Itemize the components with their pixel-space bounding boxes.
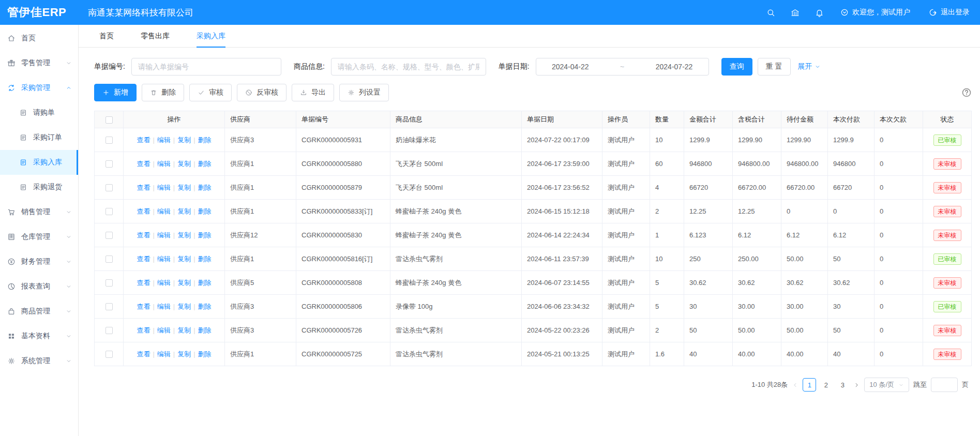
unaudit-button[interactable]: 反审核 — [237, 84, 287, 101]
edit-link[interactable]: 编辑 — [157, 255, 171, 263]
edit-link[interactable]: 编辑 — [157, 231, 171, 239]
delete-link[interactable]: 删除 — [198, 207, 212, 215]
edit-link[interactable]: 编辑 — [157, 136, 171, 144]
sidebar-item-warehouse[interactable]: 仓库管理 — [0, 224, 78, 249]
view-link[interactable]: 查看 — [137, 207, 150, 215]
date-to[interactable]: 2024-07-22 — [656, 63, 693, 71]
view-link[interactable]: 查看 — [137, 184, 150, 191]
delete-link[interactable]: 删除 — [198, 255, 212, 263]
reset-button[interactable]: 重 置 — [758, 58, 791, 76]
view-link[interactable]: 查看 — [137, 255, 150, 263]
view-link[interactable]: 查看 — [137, 326, 150, 334]
logout-button[interactable]: 退出登录 — [929, 8, 970, 17]
row-checkbox[interactable] — [105, 137, 113, 144]
row-checkbox[interactable] — [105, 184, 113, 191]
chevron-left-icon[interactable] — [792, 382, 798, 388]
copy-link[interactable]: 复制 — [177, 231, 191, 239]
sidebar-item-basic-data[interactable]: 基本资料 — [0, 324, 78, 349]
delete-link[interactable]: 删除 — [198, 231, 212, 239]
help-icon[interactable] — [961, 87, 972, 98]
row-checkbox[interactable] — [105, 232, 113, 239]
add-button[interactable]: 新增 — [94, 84, 137, 101]
order-no-input[interactable] — [131, 58, 281, 76]
copy-link[interactable]: 复制 — [177, 160, 191, 168]
date-range-input[interactable]: 2024-04-22 ~ 2024-07-22 — [536, 58, 709, 76]
audit-button[interactable]: 审核 — [189, 84, 232, 101]
view-link[interactable]: 查看 — [137, 231, 150, 239]
user-menu[interactable]: 欢迎您，测试用户 — [840, 8, 910, 17]
edit-link[interactable]: 编辑 — [157, 184, 171, 191]
sidebar-item-finance[interactable]: 财务管理 — [0, 249, 78, 274]
page-3-button[interactable]: 3 — [836, 378, 849, 392]
row-checkbox[interactable] — [105, 160, 113, 168]
page-1-button[interactable]: 1 — [803, 378, 816, 392]
copy-link[interactable]: 复制 — [177, 136, 191, 144]
tab-retail-outbound[interactable]: 零售出库 — [141, 25, 170, 47]
sidebar-item-purchase-return[interactable]: 采购退货 — [0, 175, 78, 200]
view-link[interactable]: 查看 — [137, 303, 150, 310]
copy-link[interactable]: 复制 — [177, 255, 191, 263]
page-size-select[interactable]: 10 条/页 — [864, 378, 909, 392]
delete-link[interactable]: 删除 — [198, 136, 212, 144]
sidebar-item-purchase[interactable]: 采购管理 — [0, 76, 78, 100]
view-link[interactable]: 查看 — [137, 160, 150, 168]
row-checkbox[interactable] — [105, 208, 113, 215]
row-actions: 查看|编辑|复制|删除 — [124, 247, 225, 271]
delete-link[interactable]: 删除 — [198, 303, 212, 310]
sidebar-item-retail[interactable]: 零售管理 — [0, 51, 78, 76]
sidebar-item-purchase-order[interactable]: 采购订单 — [0, 125, 78, 150]
tab-home[interactable]: 首页 — [99, 25, 114, 47]
row-checkbox[interactable] — [105, 279, 113, 287]
row-checkbox[interactable] — [105, 303, 113, 310]
search-icon[interactable] — [766, 8, 775, 17]
export-button[interactable]: 导出 — [292, 84, 334, 101]
delete-link[interactable]: 删除 — [198, 279, 212, 287]
copy-link[interactable]: 复制 — [177, 184, 191, 191]
row-checkbox[interactable] — [105, 327, 113, 334]
delete-link[interactable]: 删除 — [198, 160, 212, 168]
date-from[interactable]: 2024-04-22 — [552, 63, 589, 71]
copy-link[interactable]: 复制 — [177, 350, 191, 358]
jump-page-input[interactable] — [931, 378, 958, 392]
copy-link[interactable]: 复制 — [177, 207, 191, 215]
edit-link[interactable]: 编辑 — [157, 303, 171, 310]
sidebar-item-sales[interactable]: 销售管理 — [0, 200, 78, 224]
edit-link[interactable]: 编辑 — [157, 326, 171, 334]
view-link[interactable]: 查看 — [137, 279, 150, 287]
copy-link[interactable]: 复制 — [177, 279, 191, 287]
cell-product: 蜂蜜柚子茶 240g 黄色 — [390, 223, 522, 247]
page-2-button[interactable]: 2 — [819, 378, 833, 392]
row-checkbox[interactable] — [105, 255, 113, 263]
sidebar-item-products[interactable]: 商品管理 — [0, 299, 78, 324]
tab-purchase-inbound[interactable]: 采购入库 — [197, 25, 225, 47]
product-info-input[interactable] — [331, 58, 486, 76]
cart-icon — [7, 208, 16, 216]
cell-amount: 30 — [684, 295, 733, 319]
search-button[interactable]: 查询 — [721, 58, 752, 76]
bell-icon[interactable] — [815, 8, 824, 17]
edit-link[interactable]: 编辑 — [157, 207, 171, 215]
sidebar-item-home[interactable]: 首页 — [0, 26, 78, 51]
select-all-checkbox[interactable] — [105, 116, 113, 124]
view-link[interactable]: 查看 — [137, 136, 150, 144]
row-checkbox[interactable] — [105, 351, 113, 358]
delete-link[interactable]: 删除 — [198, 350, 212, 358]
edit-link[interactable]: 编辑 — [157, 350, 171, 358]
view-link[interactable]: 查看 — [137, 350, 150, 358]
cell-paid: 66720 — [828, 176, 875, 200]
sidebar-item-purchase-request[interactable]: 请购单 — [0, 100, 78, 125]
copy-link[interactable]: 复制 — [177, 303, 191, 310]
sidebar-item-system[interactable]: 系统管理 — [0, 349, 78, 373]
bank-icon[interactable] — [791, 8, 800, 17]
delete-link[interactable]: 删除 — [198, 326, 212, 334]
column-settings-button[interactable]: 列设置 — [339, 84, 389, 101]
chevron-right-icon[interactable] — [853, 382, 860, 388]
expand-link[interactable]: 展开 — [798, 62, 821, 71]
edit-link[interactable]: 编辑 — [157, 160, 171, 168]
edit-link[interactable]: 编辑 — [157, 279, 171, 287]
delete-link[interactable]: 删除 — [198, 184, 212, 191]
sidebar-item-reports[interactable]: 报表查询 — [0, 274, 78, 299]
sidebar-item-purchase-inbound[interactable]: 采购入库 — [0, 150, 78, 175]
delete-button[interactable]: 删除 — [142, 84, 184, 101]
copy-link[interactable]: 复制 — [177, 326, 191, 334]
